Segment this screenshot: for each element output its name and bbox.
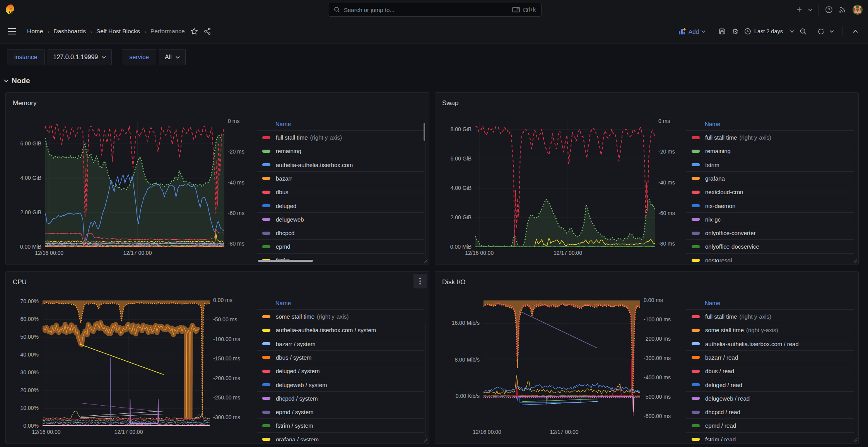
series-color-swatch: [692, 136, 700, 139]
legend-item[interactable]: dhcpcd: [257, 226, 424, 240]
favorite-button[interactable]: [190, 27, 198, 35]
legend-item[interactable]: epmd: [257, 239, 424, 253]
zoom-out-button[interactable]: [796, 25, 810, 38]
instance-value-dropdown[interactable]: 127.0.0.1:19999: [48, 54, 112, 61]
add-button[interactable]: Add: [678, 28, 706, 35]
series-label: fstrim / system: [276, 422, 313, 429]
save-icon: [718, 27, 726, 35]
legend-item[interactable]: fstrim / read: [686, 432, 854, 441]
legend-scrollbar-thumb[interactable]: [424, 123, 425, 141]
service-label[interactable]: service: [122, 54, 156, 61]
new-button[interactable]: [793, 3, 806, 16]
legend-item[interactable]: authelia-authelia.tiserbox.com: [257, 158, 424, 172]
legend-hscrollbar-thumb[interactable]: [258, 260, 313, 262]
legend-item[interactable]: deluged / read: [686, 378, 854, 392]
panel-title[interactable]: Disk I/O: [442, 278, 465, 286]
grafana-logo[interactable]: [5, 4, 16, 15]
legend-item[interactable]: full stall time(right y-axis): [686, 309, 854, 323]
time-range-picker[interactable]: Last 2 days: [742, 28, 796, 35]
y-axis-left-tick: 0.00 Kib/s: [435, 393, 480, 399]
breadcrumb-dashboards[interactable]: Dashboards: [53, 28, 86, 35]
legend-header[interactable]: Name: [275, 121, 291, 127]
legend-item[interactable]: authelia-authelia.tiserbox.com / system: [257, 323, 424, 337]
legend-item[interactable]: nextcloud-cron: [686, 185, 854, 199]
panel-resize-handle[interactable]: [424, 438, 428, 442]
breadcrumb-folder[interactable]: Self Host Blocks: [96, 28, 140, 35]
refresh-interval-chevron[interactable]: [827, 25, 836, 38]
legend-item[interactable]: dbus / system: [257, 350, 424, 364]
legend-item[interactable]: bazarr / system: [257, 337, 424, 351]
series-label: fstrim / read: [705, 436, 736, 441]
legend-item[interactable]: postgresql: [686, 253, 854, 262]
legend-item[interactable]: nix-daemon: [686, 199, 854, 213]
cpu-chart[interactable]: [43, 300, 210, 426]
breadcrumb-home[interactable]: Home: [27, 28, 43, 35]
legend-item[interactable]: dhcpcd / system: [257, 391, 424, 405]
series-label: fstrim: [705, 162, 719, 168]
avatar[interactable]: [853, 5, 863, 15]
legend-item[interactable]: bazarr: [257, 171, 424, 185]
series-color-swatch: [262, 370, 270, 373]
legend-item[interactable]: full stall time(right y-axis): [257, 130, 424, 144]
legend-item[interactable]: fstrim / system: [257, 418, 424, 432]
memory-chart[interactable]: [45, 121, 224, 247]
legend-item[interactable]: deluged / system: [257, 364, 424, 378]
y-axis-right-tick: 0.00 ms: [644, 297, 663, 303]
y-axis-left-tick: 6.00 GiB: [6, 140, 41, 147]
legend-header[interactable]: Name: [275, 300, 291, 306]
series-color-swatch: [262, 411, 270, 414]
share-button[interactable]: [203, 27, 211, 35]
chevron-down-icon: [701, 30, 706, 33]
legend-item[interactable]: nix-gc: [686, 212, 854, 226]
legend-item[interactable]: remaining: [686, 144, 854, 158]
legend-item[interactable]: bazarr / read: [686, 350, 854, 364]
instance-label[interactable]: instance: [7, 54, 44, 61]
legend-item[interactable]: remaining: [257, 144, 424, 158]
legend-item[interactable]: grafana / system: [257, 432, 424, 441]
legend-item[interactable]: epmd / system: [257, 405, 424, 419]
legend-item[interactable]: dbus: [257, 185, 424, 199]
legend-item[interactable]: authelia-authelia.tiserbox.com / read: [686, 337, 854, 351]
panel-resize-handle[interactable]: [853, 438, 857, 442]
mega-menu-button[interactable]: [5, 25, 19, 38]
panel-title[interactable]: Swap: [442, 99, 459, 107]
panel-menu-button[interactable]: [413, 274, 427, 288]
panel-resize-handle[interactable]: [424, 259, 428, 263]
disk-io-chart[interactable]: [484, 300, 640, 426]
panel-title[interactable]: CPU: [13, 278, 27, 286]
legend-header[interactable]: Name: [705, 300, 720, 306]
legend-item[interactable]: onlyoffice-docservice: [686, 239, 854, 253]
swap-chart[interactable]: [475, 121, 655, 247]
legend-item[interactable]: fstrim: [686, 158, 854, 172]
dashboard-settings-button[interactable]: ⚙: [729, 25, 742, 38]
series-color-swatch: [692, 177, 700, 180]
service-value-dropdown[interactable]: All: [159, 54, 185, 61]
legend-item[interactable]: some stall time(right y-axis): [257, 309, 424, 323]
legend-header[interactable]: Name: [705, 121, 720, 127]
legend-item[interactable]: deluged: [257, 199, 424, 213]
panel-resize-handle[interactable]: [853, 259, 857, 263]
legend-item[interactable]: epmd / read: [686, 418, 854, 432]
legend-item[interactable]: dbus / read: [686, 364, 854, 378]
legend-scrollbar-track: [855, 322, 855, 438]
panel-title[interactable]: Memory: [13, 99, 36, 107]
legend-item[interactable]: grafana: [686, 171, 854, 185]
legend-item[interactable]: some stall time(right y-axis): [686, 323, 854, 337]
save-dashboard-button[interactable]: [716, 25, 729, 38]
search-input[interactable]: Search or jump to... ctrl+k: [328, 3, 542, 17]
y-axis-right-tick: -80 ms: [228, 241, 244, 247]
row-node[interactable]: Node: [4, 74, 868, 88]
legend-item[interactable]: delugeweb: [257, 212, 424, 226]
series-color-swatch: [692, 163, 700, 166]
legend-item[interactable]: onlyoffice-converter: [686, 226, 854, 240]
refresh-button[interactable]: [814, 25, 827, 38]
legend-item[interactable]: delugeweb / read: [686, 391, 854, 405]
help-button[interactable]: [822, 3, 836, 16]
legend-item[interactable]: delugeweb / system: [257, 378, 424, 392]
collapse-toolbar-button[interactable]: [849, 25, 862, 38]
series-label: dhcpcd / read: [705, 409, 740, 415]
legend-item[interactable]: dhcpcd / read: [686, 405, 854, 419]
news-button[interactable]: [836, 3, 849, 16]
legend-item[interactable]: full stall time(right y-axis): [686, 130, 854, 144]
new-menu-chevron[interactable]: [806, 3, 814, 16]
